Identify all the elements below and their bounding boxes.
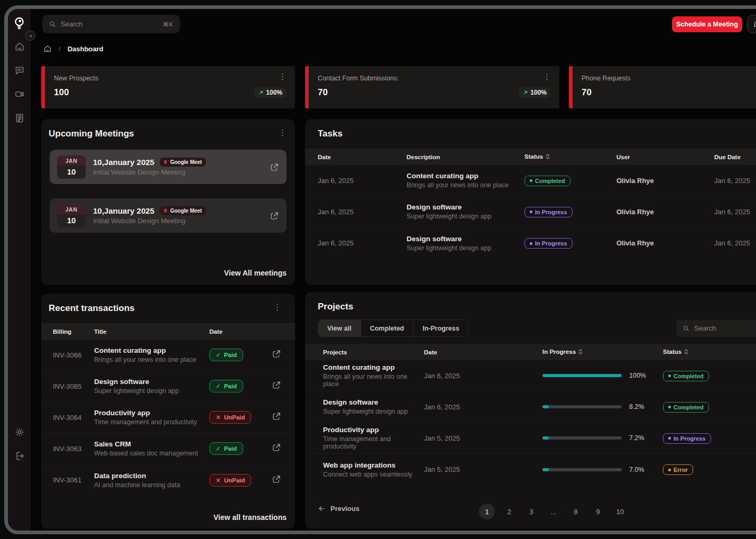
external-link-icon bbox=[272, 380, 281, 390]
column-header-due-date[interactable]: Due Date bbox=[714, 154, 756, 160]
kebab-menu-icon[interactable]: ⋮ bbox=[279, 129, 287, 136]
meeting-item[interactable]: JAN 10 10,January 2025 Google Meet Initi… bbox=[50, 150, 287, 184]
stat-label: Phone Requests bbox=[582, 75, 630, 82]
stat-label: New Prospects bbox=[54, 75, 98, 82]
status-badge: Completed bbox=[663, 371, 709, 381]
transaction-row[interactable]: INV-3063 Sales CRM Web-based sales doc m… bbox=[41, 433, 295, 464]
project-row[interactable]: Design software Super lightweight design… bbox=[305, 391, 756, 423]
column-header-status[interactable]: Status bbox=[524, 153, 616, 161]
stat-value: 70 bbox=[582, 87, 592, 98]
search-placeholder: Search bbox=[694, 324, 756, 332]
sidebar-item-settings[interactable] bbox=[14, 426, 25, 438]
meeting-title: 10,January 2025 bbox=[93, 158, 154, 167]
progress-percent: 7.0% bbox=[629, 466, 644, 473]
notifications-button[interactable] bbox=[747, 15, 756, 33]
task-user: Olivia Rhye bbox=[616, 208, 714, 216]
global-search-input[interactable]: Search ⌘K bbox=[42, 15, 180, 33]
task-subtitle: Super lightweight design app bbox=[407, 213, 524, 220]
task-title: Content curating app bbox=[407, 172, 524, 180]
transaction-row[interactable]: INV-3061 Data prediction AI and machine … bbox=[41, 464, 295, 496]
open-meeting-button[interactable] bbox=[270, 162, 279, 172]
sidebar-item-meetings[interactable] bbox=[14, 88, 25, 100]
kebab-menu-icon[interactable]: ⋮ bbox=[543, 72, 551, 80]
task-row[interactable]: Jan 6, 2025 Design software Super lightw… bbox=[305, 196, 756, 227]
progress-percent: 8.2% bbox=[629, 403, 644, 410]
transaction-row[interactable]: INV-3066 Content curating app Brings all… bbox=[41, 340, 295, 371]
card-title: Upcoming Meetings bbox=[49, 129, 134, 139]
page-button[interactable]: 3 bbox=[523, 504, 539, 519]
trend-up-icon bbox=[259, 90, 264, 95]
open-meeting-button[interactable] bbox=[270, 211, 279, 221]
stat-accent-bar bbox=[305, 66, 309, 108]
cross-icon: ✕ bbox=[216, 477, 221, 484]
open-transaction-button[interactable] bbox=[272, 414, 281, 423]
page-button[interactable]: 10 bbox=[612, 504, 628, 519]
transaction-row[interactable]: INV-3064 Productivity app Time managemen… bbox=[41, 402, 295, 433]
project-row[interactable]: Content curating app Brings all your new… bbox=[305, 360, 756, 391]
bell-icon bbox=[752, 20, 756, 29]
column-header-description[interactable]: Description bbox=[407, 154, 524, 160]
sidebar bbox=[8, 9, 31, 531]
sidebar-item-invoices[interactable] bbox=[14, 112, 25, 124]
breadcrumb-current[interactable]: Dashboard bbox=[68, 45, 104, 53]
chat-icon bbox=[14, 65, 25, 76]
card-title: Tasks bbox=[305, 119, 756, 139]
tasks-card: Tasks Date Description Status User Due D… bbox=[305, 119, 756, 285]
project-row[interactable]: Web app integrations Connect web apps se… bbox=[305, 454, 756, 485]
meeting-subtitle: Initial Website Design Meeting bbox=[93, 217, 262, 225]
logout-icon bbox=[14, 451, 25, 461]
tab-view-all[interactable]: View all bbox=[318, 320, 361, 336]
task-row[interactable]: Jan 6, 2025 Design software Super lightw… bbox=[305, 227, 756, 259]
page-button[interactable]: 1 bbox=[479, 504, 495, 519]
check-icon: ✓ bbox=[216, 382, 221, 390]
pagination-previous-button[interactable]: Previous bbox=[318, 505, 359, 513]
sidebar-item-home[interactable] bbox=[14, 41, 25, 52]
card-title: Projects bbox=[305, 292, 756, 312]
open-transaction-button[interactable] bbox=[272, 477, 281, 486]
check-icon: ✓ bbox=[216, 445, 221, 452]
column-header-billing[interactable]: Billing bbox=[41, 328, 94, 335]
page-button[interactable]: 2 bbox=[501, 504, 517, 519]
upcoming-meetings-card: Upcoming Meetings ⋮ JAN 10 10,January 20… bbox=[41, 119, 295, 285]
arrow-left-icon bbox=[318, 505, 326, 513]
column-header-user[interactable]: User bbox=[616, 154, 714, 160]
unpaid-badge: ✕UnPaid bbox=[209, 474, 251, 487]
column-header-date[interactable]: Date bbox=[209, 328, 272, 335]
open-transaction-button[interactable] bbox=[272, 382, 281, 391]
schedule-meeting-button[interactable]: Schedule a Meeting bbox=[672, 16, 742, 32]
stat-accent-bar bbox=[41, 66, 45, 108]
column-header-in-progress[interactable]: In Progress bbox=[542, 349, 663, 356]
projects-filter-tabs: View all Completed In-Progress bbox=[318, 319, 469, 337]
tab-completed[interactable]: Completed bbox=[361, 320, 414, 336]
paid-badge: ✓Paid bbox=[209, 380, 243, 392]
meeting-title: 10,January 2025 bbox=[93, 206, 154, 215]
column-header-date[interactable]: Date bbox=[305, 154, 407, 160]
column-header-projects[interactable]: Projects bbox=[305, 349, 424, 355]
sidebar-item-logout[interactable] bbox=[14, 450, 25, 462]
home-icon[interactable] bbox=[43, 44, 52, 53]
open-transaction-button[interactable] bbox=[272, 351, 281, 360]
paid-badge: ✓Paid bbox=[209, 442, 243, 455]
open-transaction-button[interactable] bbox=[272, 445, 281, 454]
page-button[interactable]: 8 bbox=[568, 504, 584, 519]
transaction-row[interactable]: INV-3065 Design software Super lightweig… bbox=[41, 371, 295, 402]
gear-icon bbox=[14, 427, 25, 437]
sidebar-item-messages[interactable] bbox=[14, 65, 25, 76]
column-header-title[interactable]: Title bbox=[94, 328, 209, 335]
column-header-status[interactable]: Status bbox=[663, 349, 756, 356]
tab-in-progress[interactable]: In-Progress bbox=[413, 320, 468, 336]
meeting-item[interactable]: JAN 10 10,January 2025 Google Meet Initi… bbox=[50, 198, 287, 233]
project-row[interactable]: Productivity app Time management and pro… bbox=[305, 423, 756, 454]
projects-search-input[interactable]: Search bbox=[676, 319, 756, 337]
progress-bar bbox=[542, 468, 622, 471]
kebab-menu-icon[interactable]: ⋮ bbox=[273, 303, 281, 311]
location-pin-icon bbox=[163, 208, 168, 214]
page-button[interactable]: 9 bbox=[590, 504, 606, 519]
column-header-date[interactable]: Date bbox=[424, 349, 542, 355]
view-all-transactions-link[interactable]: View all transactions bbox=[214, 513, 287, 522]
task-row[interactable]: Jan 6, 2025 Content curating app Brings … bbox=[305, 165, 756, 196]
search-placeholder: Search bbox=[61, 20, 159, 28]
sort-icon bbox=[545, 153, 550, 160]
kebab-menu-icon[interactable]: ⋮ bbox=[279, 72, 287, 80]
view-all-meetings-link[interactable]: View All meetings bbox=[224, 269, 287, 277]
